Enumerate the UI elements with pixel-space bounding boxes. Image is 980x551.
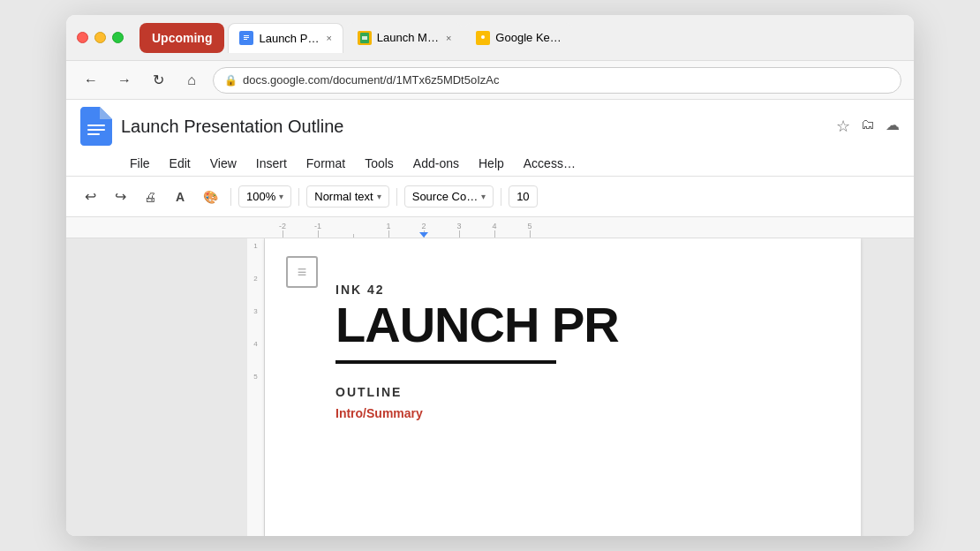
left-margin: 1 2 3 4 5 — [66, 238, 265, 536]
font-arrow: ▾ — [481, 192, 486, 201]
tabs-area: Upcoming Launch P… × Launch M… × — [139, 23, 903, 53]
print-button[interactable]: 🖨 — [137, 184, 163, 210]
text-style-value: Normal text — [314, 190, 373, 203]
svg-rect-3 — [244, 39, 247, 40]
nav-bar: ← → ↻ ⌂ 🔒 docs.google.com/document/d/1MT… — [66, 61, 914, 100]
undo-icon: ↩ — [85, 188, 96, 205]
doc-title: LAUNCH PR — [335, 300, 825, 350]
ruler-line — [494, 230, 495, 238]
google-docs-logo — [80, 107, 112, 146]
toolbar: ↩ ↪ 🖨 A 🎨 100% ▾ Normal text ▾ Source Co… — [66, 177, 914, 217]
ruler-line — [283, 230, 283, 238]
print-icon: 🖨 — [144, 190, 156, 204]
address-text: docs.google.com/document/d/1MTx6z5MDt5oI… — [243, 73, 499, 87]
tab-google-keep[interactable]: Google Ke… — [465, 23, 571, 53]
browser-window: Upcoming Launch P… × Launch M… × — [66, 15, 914, 536]
paint-format-button[interactable]: 🎨 — [197, 184, 223, 210]
close-button[interactable] — [77, 32, 88, 43]
text-style-arrow: ▾ — [377, 192, 381, 201]
doc-section-heading: OUTLINE — [335, 385, 825, 399]
redo-button[interactable]: ↪ — [107, 184, 133, 210]
ruler-mark: 4 — [477, 222, 512, 238]
horizontal-ruler: -2 -1 1 2 3 — [66, 217, 914, 238]
svg-point-7 — [481, 35, 485, 39]
title-actions: ☆ 🗂 ☁ — [836, 117, 900, 136]
content-area: 1 2 3 4 5 ≡ INK 42 LAUNCH PR OUTLINE Int… — [66, 238, 914, 536]
font-size-selector[interactable]: 10 — [509, 185, 537, 208]
tab-metrics-close-icon[interactable]: × — [446, 33, 451, 43]
toolbar-divider-1 — [230, 188, 231, 206]
svg-rect-8 — [87, 125, 105, 126]
cloud-icon[interactable]: ☁ — [886, 117, 900, 136]
refresh-icon: ↻ — [153, 72, 164, 88]
ruler-line — [318, 230, 319, 238]
back-icon: ← — [84, 72, 98, 88]
paint-icon: 🎨 — [203, 190, 218, 204]
forward-button[interactable]: → — [112, 68, 137, 93]
font-size-value: 10 — [516, 190, 529, 203]
ruler-mark: -2 — [265, 222, 300, 238]
folder-icon[interactable]: 🗂 — [861, 117, 875, 136]
doc-divider — [335, 360, 556, 364]
home-icon: ⌂ — [187, 72, 196, 88]
document-page[interactable]: ≡ INK 42 LAUNCH PR OUTLINE Intro/Summary — [265, 238, 861, 536]
text-style-selector[interactable]: Normal text ▾ — [306, 185, 388, 208]
toolbar-divider-3 — [396, 188, 397, 206]
forward-icon: → — [117, 72, 132, 88]
refresh-button[interactable]: ↻ — [146, 68, 170, 93]
traffic-lights — [77, 32, 124, 43]
doc-link-text: Intro/Summary — [335, 406, 825, 420]
keep-tab-icon — [476, 31, 490, 45]
undo-button[interactable]: ↩ — [77, 184, 103, 210]
vertical-ruler: 1 2 3 4 5 — [247, 238, 265, 536]
svg-rect-1 — [244, 35, 249, 36]
tab-close-icon[interactable]: × — [326, 33, 331, 43]
ruler-line — [388, 230, 389, 238]
menu-file[interactable]: File — [121, 151, 159, 176]
ruler-mark: 5 — [512, 222, 547, 238]
maximize-button[interactable] — [112, 32, 124, 43]
menu-accessibility[interactable]: Access… — [515, 151, 584, 176]
ruler-line — [459, 230, 460, 238]
home-button[interactable]: ⌂ — [179, 68, 204, 93]
toc-icon: ≡ — [298, 263, 307, 282]
svg-rect-9 — [87, 129, 105, 131]
menu-insert[interactable]: Insert — [247, 151, 296, 176]
spell-check-icon: A — [176, 190, 185, 204]
menu-help[interactable]: Help — [470, 151, 513, 176]
tab-launch-metrics[interactable]: Launch M… × — [347, 23, 463, 53]
menu-view[interactable]: View — [201, 151, 245, 176]
tab-stop — [419, 232, 428, 238]
ruler-mark: 1 — [371, 222, 406, 238]
ruler-mark: 2 — [406, 222, 441, 238]
menu-addons[interactable]: Add-ons — [404, 151, 468, 176]
menu-format[interactable]: Format — [298, 151, 354, 176]
back-button[interactable]: ← — [79, 68, 103, 93]
tab-launch-presentation[interactable]: Launch P… × — [228, 23, 343, 53]
tab-google-keep-label: Google Ke… — [495, 31, 561, 44]
spell-check-button[interactable]: A — [167, 184, 193, 210]
menu-bar: File Edit View Insert Format Tools Add-o… — [80, 149, 900, 176]
app-title: Launch Presentation Outline — [121, 117, 827, 137]
font-selector[interactable]: Source Co… ▾ — [404, 185, 494, 208]
star-icon[interactable]: ☆ — [836, 117, 850, 136]
tab-launch-presentation-label: Launch P… — [259, 32, 319, 45]
svg-rect-10 — [87, 133, 100, 135]
ruler-mark: 3 — [441, 222, 477, 238]
tab-upcoming[interactable]: Upcoming — [139, 23, 224, 53]
zoom-value: 100% — [246, 190, 275, 203]
tab-upcoming-label: Upcoming — [152, 31, 212, 45]
redo-icon: ↪ — [115, 188, 126, 205]
docs-tab-icon — [239, 31, 253, 45]
menu-edit[interactable]: Edit — [161, 151, 200, 176]
app-title-row: Launch Presentation Outline ☆ 🗂 ☁ — [80, 107, 900, 149]
zoom-selector[interactable]: 100% ▾ — [238, 185, 291, 208]
title-bar: Upcoming Launch P… × Launch M… × — [66, 15, 914, 61]
font-value: Source Co… — [412, 190, 478, 203]
address-bar[interactable]: 🔒 docs.google.com/document/d/1MTx6z5MDt5… — [213, 67, 901, 94]
minimize-button[interactable] — [94, 32, 106, 43]
table-of-contents-icon: ≡ — [286, 256, 318, 288]
menu-tools[interactable]: Tools — [356, 151, 403, 176]
svg-rect-5 — [362, 36, 367, 40]
slides-tab-icon — [358, 31, 372, 45]
